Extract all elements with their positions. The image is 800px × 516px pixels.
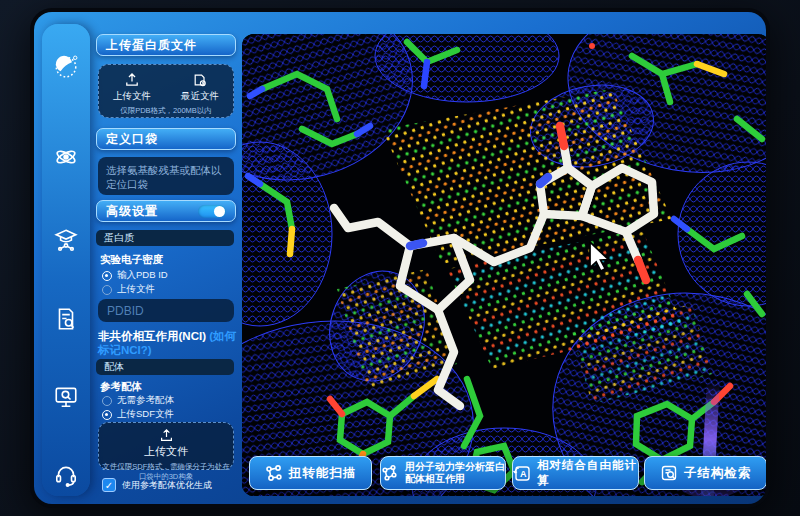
density-label: 实验电子密度 xyxy=(100,253,163,267)
radio-unselected-icon xyxy=(102,285,112,295)
radio-enter-pdb-id[interactable]: 输入PDB ID xyxy=(102,269,168,282)
headset-support-icon[interactable] xyxy=(51,460,81,490)
radio-upload-label: 上传文件 xyxy=(117,283,155,296)
toggle-knob xyxy=(214,206,225,217)
radio-selected-icon xyxy=(102,410,112,420)
upload-file-action[interactable]: 上传文件 xyxy=(113,72,151,103)
pdb-id-input[interactable] xyxy=(98,299,234,322)
recent-file-label: 最近文件 xyxy=(181,90,219,103)
radio-upload-sdf[interactable]: 上传SDF文件 xyxy=(102,408,174,421)
desktop-background: 上传蛋白质文件 上传文件 最近文件 xyxy=(0,0,800,516)
substructure-search-button[interactable]: 子结构检索 xyxy=(644,456,766,490)
molecular-viewport[interactable]: 扭转能扫描 用分子动力学分析蛋白配体相互作用 A 相对结合自由能计算 xyxy=(242,34,766,496)
screen-search-icon[interactable] xyxy=(51,382,81,412)
radio-no-reference[interactable]: 无需参考配体 xyxy=(102,394,174,407)
app-window: 上传蛋白质文件 上传文件 最近文件 xyxy=(30,8,770,508)
molecule-network-icon xyxy=(381,464,399,482)
svg-text:A: A xyxy=(520,469,527,479)
radio-upload-sdf-label: 上传SDF文件 xyxy=(117,408,174,421)
upload-protein-title: 上传蛋白质文件 xyxy=(106,37,197,54)
radio-upload-file[interactable]: 上传文件 xyxy=(102,283,155,296)
upload-format-hint: 仅限PDB格式，200MB以内 xyxy=(99,103,233,116)
upload-icon xyxy=(124,72,140,88)
app-surface: 上传蛋白质文件 上传文件 最近文件 xyxy=(34,12,766,504)
nci-label: 非共价相互作用(NCI) xyxy=(98,330,209,342)
free-energy-label: 相对结合自由能计算 xyxy=(537,458,638,488)
torsion-scan-button[interactable]: 扭转能扫描 xyxy=(249,456,372,490)
control-panel: 上传蛋白质文件 上传文件 最近文件 xyxy=(96,12,236,504)
nci-text-block: 非共价相互作用(NCI) (如何标记NCI?) xyxy=(98,329,236,357)
brand-logo-icon[interactable] xyxy=(51,52,81,82)
substructure-search-icon xyxy=(660,464,678,482)
delta-a-free-energy-icon: A xyxy=(513,464,531,482)
viewer-action-bar: 扭转能扫描 用分子动力学分析蛋白配体相互作用 A 相对结合自由能计算 xyxy=(242,456,766,490)
sdf-upload-label: 上传文件 xyxy=(144,444,188,459)
optimize-checkbox-row[interactable]: 使用参考配体优化生成 xyxy=(102,478,212,492)
molecule-icon xyxy=(265,464,283,482)
checkbox-checked-icon[interactable] xyxy=(102,478,116,492)
ligand-tag-label: 配体 xyxy=(104,360,124,374)
radio-unselected-icon xyxy=(102,396,112,406)
define-pocket-title: 定义口袋 xyxy=(106,131,158,148)
md-analysis-label: 用分子动力学分析蛋白配体相互作用 xyxy=(405,461,505,485)
protein-section-tag: 蛋白质 xyxy=(96,230,234,246)
radio-enter-pdb-label: 输入PDB ID xyxy=(117,269,168,282)
torsion-scan-label: 扭转能扫描 xyxy=(289,465,357,482)
recent-file-icon xyxy=(192,72,208,88)
advanced-settings-title: 高级设置 xyxy=(106,203,158,220)
radio-selected-icon xyxy=(102,271,112,281)
model-training-icon[interactable] xyxy=(51,224,81,254)
sdf-upload-inner: 上传文件 文件仅限SDF格式，需确保分子为处在口袋中的3D构象 xyxy=(99,423,233,482)
upload-actions-row: 上传文件 最近文件 xyxy=(99,65,233,103)
document-search-icon[interactable] xyxy=(51,304,81,334)
advanced-settings-header[interactable]: 高级设置 xyxy=(96,200,236,222)
reference-ligand-label: 参考配体 xyxy=(100,380,142,394)
free-energy-button[interactable]: A 相对结合自由能计算 xyxy=(512,456,639,490)
protein-tag-label: 蛋白质 xyxy=(104,231,134,245)
substructure-search-label: 子结构检索 xyxy=(684,465,752,482)
advanced-settings-toggle[interactable] xyxy=(198,205,226,218)
md-analysis-button[interactable]: 用分子动力学分析蛋白配体相互作用 xyxy=(380,456,506,490)
atom-icon[interactable] xyxy=(51,142,81,172)
upload-protein-header[interactable]: 上传蛋白质文件 xyxy=(96,34,236,56)
pocket-selector-field[interactable]: 选择氨基酸残基或配体以定位口袋 xyxy=(98,157,234,195)
recent-file-action[interactable]: 最近文件 xyxy=(181,72,219,103)
sdf-upload-dropzone[interactable]: 上传文件 文件仅限SDF格式，需确保分子为处在口袋中的3D构象 xyxy=(98,422,234,470)
upload-icon xyxy=(159,428,174,443)
ligand-section-tag: 配体 xyxy=(96,359,234,375)
optimize-checkbox-label: 使用参考配体优化生成 xyxy=(122,479,212,492)
molecular-viewport-scene xyxy=(242,34,766,496)
upload-file-label: 上传文件 xyxy=(113,90,151,103)
protein-upload-dropzone[interactable]: 上传文件 最近文件 仅限PDB格式，200MB以内 xyxy=(98,64,234,118)
define-pocket-header[interactable]: 定义口袋 xyxy=(96,128,236,150)
radio-no-reference-label: 无需参考配体 xyxy=(117,394,174,407)
icon-sidebar xyxy=(42,24,90,496)
pocket-placeholder: 选择氨基酸残基或配体以定位口袋 xyxy=(106,164,222,190)
